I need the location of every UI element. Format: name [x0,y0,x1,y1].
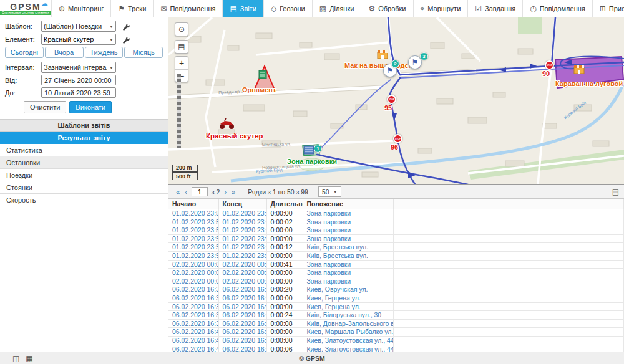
cell[interactable]: 01.02.2020 23:57:48 [218,226,266,235]
cell[interactable]: 02.02.2020 00:01:15 [218,277,266,285]
cell[interactable]: 06.02.2020 16:41:49 [218,345,266,352]
cell[interactable]: 06.02.2020 16:33:07 [168,285,218,294]
cell[interactable]: Зона парковки [303,226,393,235]
tab-task[interactable]: ☑Завдання [467,0,522,17]
cell[interactable]: Киев, Маршала Рыбалко ул. [303,328,393,337]
cell[interactable]: 06.02.2020 16:41:35 [168,336,218,345]
section-report-templates[interactable]: Шаблони звітів [0,119,168,132]
cell[interactable]: 06.02.2020 16:41:43 [168,345,218,352]
table-row[interactable]: 06.02.2020 16:38:5506.02.2020 16:39:030:… [168,319,624,328]
from-date-input[interactable] [41,75,116,85]
tab-area[interactable]: ▨Ділянки [312,0,361,17]
element-combo[interactable]: ▼ [41,34,116,45]
map[interactable]: ⊙ ▤ + − Правди пр-т Мостицька ул. Новомо… [168,17,624,185]
tab-device[interactable]: ⊞Пристрої [592,0,624,17]
page-input[interactable] [192,187,208,196]
cell[interactable]: Киев, Златоустовская ул., 44/22 [303,345,393,352]
cell[interactable]: 01.02.2020 23:58:19 [168,234,218,243]
element-input[interactable] [44,36,107,43]
cell[interactable]: 06.02.2020 16:34:17 [168,294,218,302]
cell[interactable]: 02.02.2020 00:01:08 [218,269,266,277]
table-row[interactable]: 06.02.2020 16:33:0706.02.2020 16:33:270:… [168,285,624,294]
cell[interactable]: Київ, Білоруська вул., 30 [303,311,393,320]
tab-geofence[interactable]: ◇Геозони [263,0,312,17]
panel-layout-icon[interactable]: ◫ [12,354,19,363]
table-row[interactable]: 01.02.2020 23:57:2201.02.2020 23:57:240:… [168,218,624,226]
cell[interactable]: 01.02.2020 23:58:32 [168,243,218,252]
cell[interactable]: Киев, Златоустовская ул., 44/22 [303,336,393,345]
template-select[interactable]: (Шаблон) Поездки ▼ [41,21,116,32]
cell[interactable]: 06.02.2020 16:33:27 [218,285,266,294]
cell[interactable]: 06.02.2020 16:39:03 [218,319,266,328]
cell[interactable]: 01.02.2020 23:57:24 [218,218,266,226]
prev-page-button[interactable]: ‹ [182,188,190,196]
cell[interactable]: 06.02.2020 16:41:35 [218,336,266,345]
clear-button[interactable]: Очистити [24,101,66,113]
table-row[interactable]: 06.02.2020 16:34:1706.02.2020 16:34:170:… [168,294,624,302]
waypoint-badge[interactable]: 2 [391,60,399,68]
table-row[interactable]: 01.02.2020 23:57:4801.02.2020 23:57:480:… [168,226,624,235]
tab-globe[interactable]: ⊕Моніторинг [51,0,110,17]
cell[interactable]: 06.02.2020 16:40:48 [168,328,218,337]
table-row[interactable]: 01.02.2020 23:58:3201.02.2020 23:58:440:… [168,243,624,252]
tab-flag[interactable]: ⚑Треки [110,0,153,17]
waypoint-badge[interactable]: 1 [314,145,322,153]
stop-marker[interactable]: STOP [387,95,396,104]
cell[interactable]: 01.02.2020 23:58:19 [218,234,266,243]
table-row[interactable]: 02.02.2020 00:01:0802.02.2020 00:01:080:… [168,269,624,277]
last-page-button[interactable]: » [229,188,238,196]
range-button[interactable]: Вчора [45,47,84,58]
range-button[interactable]: Місяць [124,47,163,58]
cell[interactable]: Киев, Герцена ул. [303,294,393,302]
execute-button[interactable]: Виконати [69,101,112,113]
scooter-icon[interactable] [218,117,236,130]
table-row[interactable]: 02.02.2020 00:00:0702.02.2020 00:00:480:… [168,260,624,269]
cell[interactable]: Зона парковки [303,209,393,218]
report-item[interactable]: Остановки [0,156,168,169]
table-row[interactable]: 06.02.2020 16:40:4806.02.2020 16:40:480:… [168,328,624,337]
cell[interactable]: 02.02.2020 00:01:15 [168,277,218,285]
table-row[interactable]: 01.02.2020 23:58:1901.02.2020 23:58:190:… [168,234,624,243]
first-page-button[interactable]: « [173,188,182,196]
grid-view-icon[interactable]: ▦ [26,354,32,363]
cell[interactable]: 01.02.2020 23:56:52 [218,209,266,218]
cell[interactable]: 01.02.2020 23:56:52 [168,209,218,218]
cell[interactable]: 02.02.2020 00:00:07 [168,260,218,269]
cell[interactable]: Зона парковки [303,277,393,285]
column-header[interactable]: Положение [303,199,393,209]
template-wrench-icon[interactable] [122,22,130,31]
cell[interactable]: 02.02.2020 00:00:48 [218,260,266,269]
cell[interactable]: Київ, Брестська вул. [303,251,393,260]
table-row[interactable]: 01.02.2020 23:56:5201.02.2020 23:56:520:… [168,209,624,218]
table-row[interactable]: 06.02.2020 16:41:3506.02.2020 16:41:350:… [168,336,624,345]
interval-select[interactable]: Зазначений інтервал ▼ [41,62,116,73]
report-item[interactable]: Стоянки [0,181,168,194]
range-button[interactable]: Тиждень [85,47,124,58]
cell[interactable]: 06.02.2020 16:40:48 [218,328,266,337]
next-page-button[interactable]: › [222,188,229,196]
visibility-button[interactable]: ⊙ [175,22,188,36]
tab-alert[interactable]: ◷Повідомлення [522,0,592,17]
waypoint-badge[interactable]: 3 [420,52,428,60]
stop-marker[interactable]: STOP [545,60,554,70]
zoom-in-button[interactable]: + [175,57,188,69]
export-menu-icon[interactable]: ▤ [612,188,619,196]
cell[interactable]: 06.02.2020 16:38:55 [168,319,218,328]
column-header[interactable]: Длительность [266,199,303,209]
cell[interactable]: 01.02.2020 23:59:32 [218,251,266,260]
stop-marker[interactable]: STOP [393,134,402,143]
tab-route[interactable]: ⌖Маршрути [413,0,468,17]
page-size-select[interactable]: 50 ▼ [318,186,341,197]
cell[interactable]: Київ, Довнар-Запольського вул., 2/20 [303,319,393,328]
geozone-label[interactable]: Караван на луговой [555,80,623,87]
unit-label[interactable]: Красный скутер [206,132,263,140]
report-item[interactable]: Скорость [0,194,168,206]
cell[interactable]: 06.02.2020 16:34:48 [168,302,218,311]
table-row[interactable]: 06.02.2020 16:36:3306.02.2020 16:36:570:… [168,311,624,320]
cell[interactable]: 01.02.2020 23:57:48 [168,226,218,235]
table-row[interactable]: 06.02.2020 16:34:4806.02.2020 16:34:480:… [168,302,624,311]
layers-button[interactable]: ▤ [175,40,188,54]
range-button[interactable]: Сьогодні [5,47,44,58]
element-wrench-icon[interactable] [122,36,130,44]
cell[interactable]: 01.02.2020 23:59:32 [168,251,218,260]
